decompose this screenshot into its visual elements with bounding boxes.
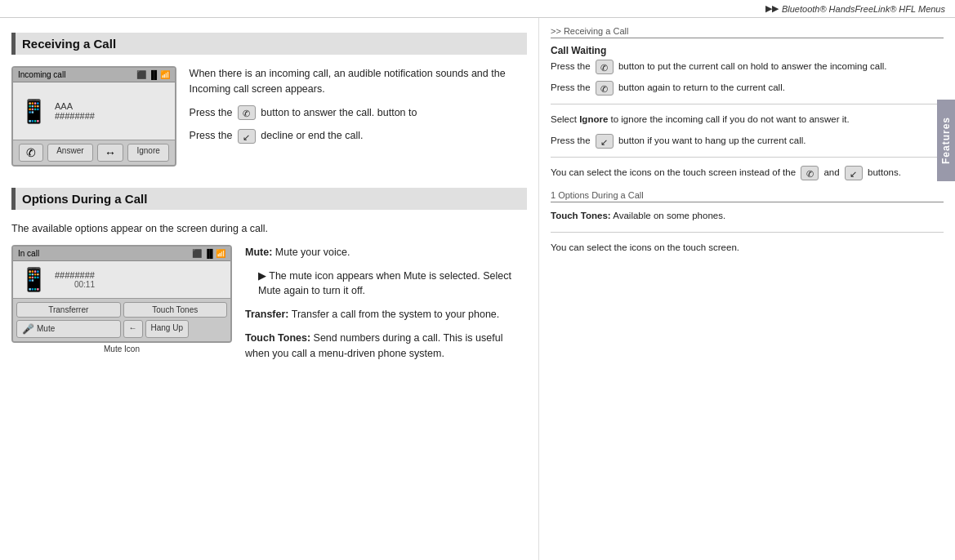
right-panel: >> Receiving a Call Call Waiting Press t… [539,18,955,560]
phone-action-buttons: ✆ Answer ↔ Ignore [13,140,175,165]
phone-caller-info: AAA ######## [55,101,95,121]
touch-decline-icon: ↙ [845,166,863,180]
answer-button[interactable]: Answer [47,144,92,162]
press-decline-text: Press the ↙ decline or end the call. [190,128,527,144]
touch-tones-button[interactable]: Touch Tones [123,302,228,318]
hang-up-text: Press the ↙ button if you want to hang u… [551,134,944,149]
right-nav-1: >> Receiving a Call [551,26,628,36]
phone-aaa-label: AAA [55,101,95,111]
options-phone-buttons: Transferrer Touch Tones 🎤 Mute ← Hang Up [13,298,230,341]
options-phone-header: In call ⬛ ▐▌📶 [13,247,230,261]
press-answer-text: Press the ✆ button to answer the call. b… [190,105,527,121]
receiving-call-layout: Incoming call ⬛ ▐▌📶 📱 AAA ######## ✆ [11,66,527,175]
options-text-content: Mute: Mute your voice. ▶ The mute icon a… [245,245,527,370]
transfer-button[interactable]: Transferrer [16,302,121,318]
right-options-call: 1 Options During a Call Touch Tones: Ava… [551,190,944,256]
right-section-header-2: 1 Options During a Call [551,190,944,202]
phone-header-label: Incoming call [18,70,65,79]
middle-icon-button: ↔ [97,144,123,162]
main-content: Receiving a Call Incoming call ⬛ ▐▌📶 📱 A… [0,18,955,560]
mute-icon: 🎤 [22,323,34,335]
left-panel: Receiving a Call Incoming call ⬛ ▐▌📶 📱 A… [0,18,539,560]
call-timer: 00:11 [55,280,95,289]
call-waiting-header: Call Waiting [551,45,944,56]
right-receiving-call: >> Receiving a Call Call Waiting Press t… [551,26,944,180]
hold-call-icon: ✆ [596,60,614,74]
ignore-text: Select Ignore to ignore the incoming cal… [551,113,944,127]
options-phone-icons: ⬛ ▐▌📶 [192,249,225,258]
back-button[interactable]: ← [123,320,143,338]
mute-description: Mute: Mute your voice. [245,245,527,260]
decline-call-icon: ↙ [238,129,256,144]
options-phone-handset-icon: 📱 [20,266,48,293]
breadcrumb-arrows: ▶▶ [765,3,779,14]
features-sidebar: Features [937,100,955,181]
phone-icon-battery: ⬛ ▐▌📶 [136,70,170,79]
receiving-call-title: Receiving a Call [22,37,116,51]
touch-screen-options-text: You can select the icons on the touch sc… [551,241,944,256]
receiving-call-description: When there is an incoming call, an audib… [190,66,527,152]
transfer-description: Transfer: Transfer a call from the syste… [245,307,527,322]
call-waiting-text-2: Press the ✆ button again to return to th… [551,81,944,96]
options-call-title: Options During a Call [22,192,147,206]
phone-screen-body: 📱 AAA ######## [13,82,175,140]
options-during-call-section: Options During a Call The available opti… [11,188,527,369]
phone-handset-icon: 📱 [20,98,48,125]
page-header: ▶▶ Bluetooth® HandsFreeLink® HFL Menus [0,0,955,18]
options-layout: In call ⬛ ▐▌📶 📱 ######## 00:11 [11,245,527,370]
options-phone-body: 📱 ######## 00:11 [13,261,230,298]
options-phone-container: In call ⬛ ▐▌📶 📱 ######## 00:11 [11,245,232,356]
phone-header-icons: ⬛ ▐▌📶 [136,70,170,79]
hangup-button[interactable]: Hang Up [145,320,189,338]
ignore-button[interactable]: Ignore [127,144,168,162]
options-phone-header-label: In call [18,249,39,258]
receiving-call-header: Receiving a Call [11,33,527,55]
options-intro-text: The available options appear on the scre… [11,221,527,237]
answer-call-icon: ✆ [238,105,256,120]
divider-3 [551,232,944,233]
touch-tones-description: Touch Tones: Send numbers during a call.… [245,331,527,362]
hangup-icon: ↙ [596,134,614,149]
call-waiting-text-1: Press the ✆ button to put the current ca… [551,60,944,74]
options-phone-mockup: In call ⬛ ▐▌📶 📱 ######## 00:11 [11,245,232,343]
phone-number-display: ######## [55,111,95,121]
right-nav-2: 1 Options During a Call [551,190,644,200]
answer-icon-button: ✆ [19,144,43,162]
right-section-header-1: >> Receiving a Call [551,26,944,38]
mute-button[interactable]: 🎤 Mute [16,320,121,338]
options-call-header: Options During a Call [11,188,527,210]
divider-1 [551,104,944,104]
receiving-call-section: Receiving a Call Incoming call ⬛ ▐▌📶 📱 A… [11,33,527,175]
touch-screen-text: You can select the icons on the touch sc… [551,166,944,180]
options-phone-battery-icon: ⬛ ▐▌📶 [192,249,225,258]
touch-answer-icon: ✆ [801,166,819,180]
phone-screen-header: Incoming call ⬛ ▐▌📶 [13,68,175,82]
touch-tones-available: Touch Tones: Available on some phones. [551,209,944,224]
features-label: Features [940,117,952,164]
receiving-call-text: When there is an incoming call, an audib… [190,66,527,97]
return-call-icon: ✆ [596,81,614,96]
breadcrumb-text: Bluetooth® HandsFreeLink® HFL Menus [782,4,945,14]
mute-icon-label: Mute Icon [11,344,232,356]
options-caller-info: ######## 00:11 [55,270,95,289]
incoming-call-phone-mockup: Incoming call ⬛ ▐▌📶 📱 AAA ######## ✆ [11,66,176,167]
options-number-display: ######## [55,270,95,280]
mute-sub-text: ▶ The mute icon appears when Mute is sel… [245,269,527,300]
divider-2 [551,157,944,158]
